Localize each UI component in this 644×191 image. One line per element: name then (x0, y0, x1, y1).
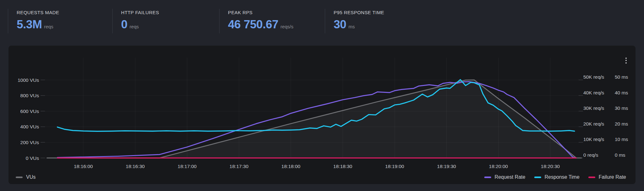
stat-value: 0 (121, 19, 127, 30)
y-axis-ms-label: 30 ms (615, 105, 628, 111)
stat-unit: reqs/s (280, 24, 293, 29)
stat-peak-rps: PEAK RPS 46 750.67 reqs/s (219, 9, 325, 33)
chart-legend: VUs Request RateResponse TimeFailure Rat… (16, 174, 626, 180)
x-axis-tick-label: 18:16:00 (74, 164, 93, 169)
x-axis-tick-label: 18:20:00 (489, 164, 508, 169)
legend-dash-icon (16, 177, 23, 178)
kebab-menu-icon (625, 62, 627, 64)
stat-http-failures: HTTP FAILURES 0 reqs (112, 9, 219, 33)
stat-label: REQUESTS MADE (17, 9, 112, 16)
stat-p95-response-time: P95 RESPONSE TIME 30 ms (325, 9, 460, 33)
legend-left-group: VUs (16, 174, 36, 180)
y-axis-ms-label: 20 ms (615, 121, 628, 126)
y-axis-rps-label: 50K req/s (583, 74, 604, 80)
y-axis-vus-label: 1000 VUs (18, 77, 39, 83)
stat-label: P95 RESPONSE TIME (334, 9, 460, 16)
y-axis-rps-label: 30K req/s (583, 105, 604, 111)
legend-item-request-rate[interactable]: Request Rate (484, 174, 525, 180)
legend-dash-icon (534, 177, 541, 178)
stat-value: 30 (334, 19, 346, 30)
y-axis-ms-label: 40 ms (615, 90, 628, 95)
stat-unit: reqs (130, 24, 139, 29)
kebab-menu-icon (625, 60, 627, 61)
stat-unit: reqs (44, 24, 53, 29)
y-axis-rps-label: 10K req/s (583, 137, 604, 142)
x-axis-tick-label: 18:18:00 (281, 164, 301, 169)
x-axis-tick-label: 18:19:30 (437, 164, 456, 169)
y-axis-vus-label: 800 VUs (20, 93, 39, 98)
stat-requests-made: REQUESTS MADE 5.3M reqs (8, 9, 112, 33)
x-axis-tick-label: 18:17:30 (230, 164, 249, 169)
stat-label: PEAK RPS (228, 9, 325, 16)
stat-value: 46 750.67 (228, 19, 278, 30)
legend-right-group: Request RateResponse TimeFailure Rate (484, 174, 626, 180)
legend-dash-icon (588, 177, 595, 178)
kebab-menu-icon (625, 58, 627, 59)
performance-overview-panel: 18:16:0018:16:3018:17:0018:17:3018:18:00… (8, 46, 636, 184)
y-axis-vus-label: 400 VUs (20, 124, 39, 129)
legend-item-response-time[interactable]: Response Time (534, 174, 580, 180)
x-axis-tick-label: 18:16:30 (126, 164, 145, 169)
y-axis-rps-label: 20K req/s (583, 121, 604, 126)
y-axis-vus-label: 0 VUs (26, 155, 39, 161)
legend-label: Request Rate (495, 174, 525, 180)
stat-unit: ms (348, 24, 355, 29)
legend-label: VUs (26, 174, 36, 180)
stat-label: HTTP FAILURES (121, 9, 219, 16)
legend-dash-icon (484, 177, 491, 178)
y-axis-vus-label: 200 VUs (20, 140, 39, 145)
stat-value: 5.3M (17, 19, 42, 30)
y-axis-ms-label: 10 ms (615, 137, 628, 142)
y-axis-vus-label: 600 VUs (20, 109, 39, 114)
legend-label: Response Time (545, 174, 580, 180)
legend-label: Failure Rate (599, 174, 626, 180)
y-axis-ms-label: 50 ms (615, 74, 628, 80)
y-axis-rps-label: 40K req/s (583, 90, 604, 95)
legend-item-vus[interactable]: VUs (16, 174, 36, 180)
x-axis-tick-label: 18:17:00 (178, 164, 197, 169)
stats-bar: REQUESTS MADE 5.3M reqs HTTP FAILURES 0 … (8, 9, 460, 33)
metrics-chart-canvas[interactable]: 18:16:0018:16:3018:17:0018:17:3018:18:00… (8, 46, 636, 184)
x-axis-tick-label: 18:19:00 (385, 164, 404, 169)
y-axis-ms-label: 0 ms (615, 152, 625, 158)
k6-performance-dashboard: { "stats": [ { "label": "REQUESTS MADE",… (0, 0, 644, 191)
panel-menu-button[interactable] (622, 56, 630, 65)
legend-item-failure-rate[interactable]: Failure Rate (588, 174, 626, 180)
x-axis-tick-label: 18:18:30 (333, 164, 353, 169)
x-axis-tick-label: 18:20:30 (541, 164, 560, 169)
y-axis-rps-label: 0 req/s (583, 152, 598, 158)
